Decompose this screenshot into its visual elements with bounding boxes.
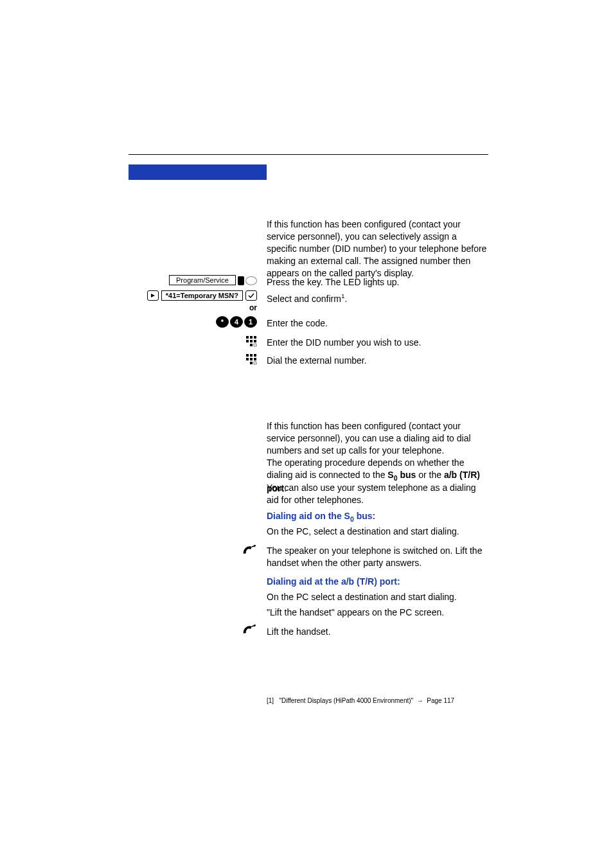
svg-rect-16 [254, 362, 256, 364]
svg-marker-0 [151, 294, 155, 297]
svg-rect-12 [246, 358, 249, 360]
keypad-icon [245, 335, 257, 347]
svg-rect-2 [250, 336, 253, 339]
s0-label: S [387, 470, 393, 480]
also-use-text: You can also use your system telephone a… [267, 482, 488, 506]
dialing-aid-ab-heading: Dialing aid at the a/b (T/R) port: [267, 576, 488, 588]
key-4[interactable]: 4 [230, 316, 243, 328]
section1-intro: If this function has been configured (co… [267, 218, 488, 279]
handset-row-2 [129, 624, 257, 637]
footnote-marker: [1] [267, 697, 274, 704]
code-keys-row: * 4 1 [129, 316, 257, 328]
svg-rect-15 [250, 362, 253, 364]
speaker-on-text: The speaker on your telephone is switche… [267, 545, 488, 569]
temporary-msn-option[interactable]: *41=Temporary MSN? [161, 290, 243, 301]
lift-handset-msg: "Lift the handset" appears on the PC scr… [267, 607, 488, 619]
lift-handset-text: Lift the handset. [267, 626, 488, 638]
select-confirm-row: *41=Temporary MSN? [129, 290, 257, 301]
pc-select-1: On the PC, select a destination and star… [267, 526, 488, 538]
svg-rect-11 [254, 354, 256, 357]
heading1a: Dialing aid on the S [267, 511, 350, 521]
svg-rect-6 [254, 340, 256, 342]
svg-rect-3 [254, 336, 256, 339]
program-service-key[interactable]: Program/Service [169, 275, 236, 285]
key-star[interactable]: * [216, 316, 229, 328]
s0-bus-word: bus [398, 470, 416, 480]
scroll-right-icon[interactable] [147, 290, 159, 301]
svg-rect-4 [246, 340, 249, 342]
svg-rect-8 [254, 344, 256, 346]
confirm-check-icon[interactable] [245, 290, 257, 301]
handset-lift-icon [242, 545, 257, 558]
pc-select-2: On the PC select a destination and start… [267, 591, 488, 603]
svg-rect-7 [250, 344, 253, 346]
dialing-aid-s0-heading: Dialing aid on the S0 bus: [267, 510, 488, 524]
svg-rect-13 [250, 358, 253, 360]
arrow-icon: → [417, 697, 423, 704]
footnote-page: Page 117 [427, 697, 454, 704]
handset-row-1 [129, 545, 257, 558]
enter-code-text: Enter the code. [267, 317, 488, 330]
footnote-text: "Different Displays (HiPath 4000 Environ… [279, 697, 413, 704]
keypad-icon [245, 353, 257, 365]
svg-rect-9 [246, 354, 249, 357]
enter-did-text: Enter the DID number you wish to use. [267, 337, 488, 349]
or-label: or [129, 303, 257, 312]
svg-rect-14 [254, 358, 256, 360]
heading1b: bus: [354, 511, 375, 521]
svg-rect-5 [250, 340, 253, 342]
section2-intro2b: or the [416, 470, 444, 480]
program-service-row: Program/Service [129, 275, 257, 285]
step-header-bar [129, 164, 267, 180]
select-confirm-prefix: Select and confirm [267, 294, 341, 304]
footnote-1: [1] "Different Displays (HiPath 4000 Env… [267, 697, 454, 704]
key-1[interactable]: 1 [244, 316, 257, 328]
section2-intro1: If this function has been configured (co… [267, 421, 471, 456]
handset-lift-icon [242, 624, 257, 637]
divider-line [129, 154, 488, 155]
led-indicator [238, 276, 257, 285]
dial-external-text: Dial the external number. [267, 355, 488, 367]
svg-rect-10 [250, 354, 253, 357]
select-confirm-suffix: . [344, 294, 347, 304]
svg-rect-1 [246, 336, 249, 339]
keypad-row-1 [129, 335, 257, 348]
select-confirm-text: Select and confirm1. [267, 292, 488, 305]
press-key-text: Press the key. The LED lights up. [267, 276, 488, 288]
keypad-row-2 [129, 353, 257, 366]
